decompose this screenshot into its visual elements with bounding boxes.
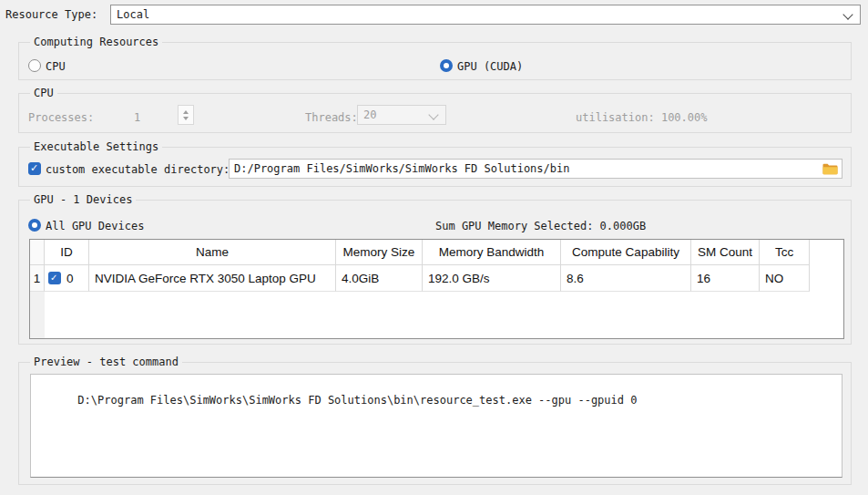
all-gpu-devices-label[interactable]: All GPU Devices	[46, 220, 144, 232]
threads-label: Threads:	[305, 111, 358, 124]
radio-cpu-label[interactable]: CPU	[46, 60, 66, 73]
column-header-name[interactable]: Name	[89, 240, 336, 265]
computing-resources-title: Computing Resources	[30, 36, 162, 49]
chevron-down-icon	[428, 109, 438, 119]
custom-directory-label[interactable]: custom executable directory:	[46, 163, 230, 176]
resource-type-select[interactable]: Local	[110, 5, 861, 25]
column-header-memory-size[interactable]: Memory Size	[336, 240, 423, 265]
gpu-table: ID Name Memory Size Memory Bandwidth Com…	[29, 239, 844, 339]
radio-gpu-cuda[interactable]	[440, 59, 453, 72]
preview-group: Preview - test command D:\Program Files\…	[18, 362, 852, 485]
gpu-devices-group: GPU - 1 Devices All GPU Devices Sum GPU …	[18, 200, 852, 345]
gpu-row-checkbox[interactable]	[48, 272, 61, 284]
gpu-name-cell[interactable]: NVIDIA GeForce RTX 3050 Laptop GPU	[89, 265, 336, 292]
test-command-preview[interactable]: D:\Program Files\SimWorks\SimWorks FD So…	[30, 374, 842, 478]
radio-gpu-cuda-label[interactable]: GPU (CUDA)	[457, 60, 523, 73]
utilisation-text: utilisation: 100.00%	[576, 111, 708, 124]
threads-select[interactable]: 20	[357, 105, 446, 125]
threads-value: 20	[363, 108, 376, 121]
gpu-memory-size-cell[interactable]: 4.0GiB	[336, 265, 423, 292]
column-header-id[interactable]: ID	[45, 240, 89, 265]
column-header-sm-count[interactable]: SM Count	[691, 240, 760, 265]
resource-settings-panel: Resource Type: Local Computing Resources…	[0, 0, 868, 495]
radio-all-gpu-devices[interactable]	[28, 219, 41, 232]
gpu-tcc-cell[interactable]: NO	[760, 265, 810, 292]
executable-settings-group: Executable Settings custom executable di…	[18, 147, 852, 187]
sum-gpu-memory-text: Sum GPU Memory Selected: 0.000GB	[435, 220, 646, 232]
chevron-down-icon	[842, 9, 853, 19]
cpu-group-title: CPU	[30, 87, 57, 100]
header-corner	[30, 240, 45, 265]
computing-resources-group: Computing Resources CPU GPU (CUDA)	[18, 42, 852, 80]
gpu-compute-capability-cell[interactable]: 8.6	[561, 265, 691, 292]
column-header-memory-bandwidth[interactable]: Memory Bandwidth	[423, 240, 561, 265]
cpu-group: CPU Processes: 1 Threads: 20 utilisation…	[18, 93, 852, 133]
row-number: 1	[30, 265, 45, 292]
executable-directory-value: D:/Program Files/SimWorks/SimWorks FD So…	[234, 162, 569, 175]
gpu-memory-bandwidth-cell[interactable]: 192.0 GB/s	[423, 265, 561, 292]
gpu-table-header: ID Name Memory Size Memory Bandwidth Com…	[30, 240, 843, 265]
executable-settings-title: Executable Settings	[30, 140, 162, 154]
resource-type-label: Resource Type:	[5, 8, 97, 21]
gpu-table-row[interactable]: 1 0 NVIDIA GeForce RTX 3050 Laptop GPU 4…	[30, 265, 843, 292]
gpu-sm-count-cell[interactable]: 16	[691, 265, 760, 292]
column-header-compute-capability[interactable]: Compute Capability	[561, 240, 691, 265]
processes-label: Processes:	[28, 111, 94, 124]
test-command-text: D:\Program Files\SimWorks\SimWorks FD So…	[77, 394, 637, 407]
preview-title: Preview - test command	[30, 356, 182, 369]
browse-folder-button[interactable]	[821, 162, 839, 176]
custom-directory-checkbox[interactable]	[28, 162, 41, 175]
executable-directory-input[interactable]: D:/Program Files/SimWorks/SimWorks FD So…	[229, 159, 842, 179]
gpu-id-cell[interactable]: 0	[45, 265, 89, 292]
column-header-tcc[interactable]: Tcc	[760, 240, 810, 265]
spinner-down-icon[interactable]	[183, 117, 189, 120]
spinner-up-icon[interactable]	[183, 110, 189, 114]
resource-type-value: Local	[117, 8, 149, 21]
gpu-id-value: 0	[66, 272, 74, 285]
gpu-devices-title: GPU - 1 Devices	[30, 193, 136, 207]
radio-cpu[interactable]	[28, 59, 41, 72]
folder-icon	[822, 163, 838, 175]
processes-value: 1	[134, 111, 140, 124]
processes-stepper[interactable]	[178, 105, 194, 125]
